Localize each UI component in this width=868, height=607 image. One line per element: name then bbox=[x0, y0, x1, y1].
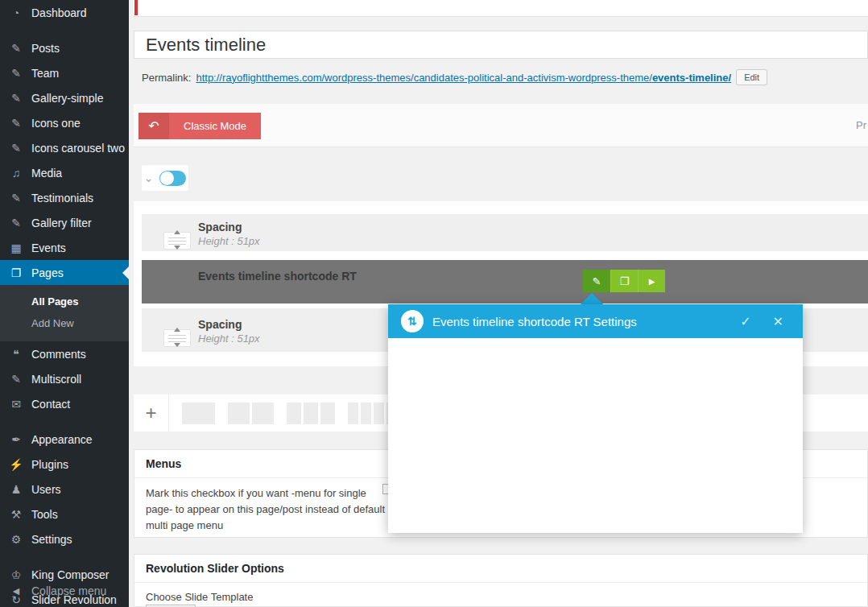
dashboard-icon: ◔ bbox=[8, 6, 24, 19]
block-action-buttons: ✎ ❐ ▶ bbox=[583, 270, 665, 292]
undo-arrow-icon: ↶ bbox=[138, 113, 169, 139]
layout-preset-2col[interactable] bbox=[228, 403, 274, 424]
builder-toolbar-panel: ↶ Classic Mode Pr bbox=[134, 104, 868, 147]
sidebar-item-dashboard[interactable]: ◔ Dashboard bbox=[0, 0, 129, 25]
sidebar-item-settings[interactable]: ⚙ Settings bbox=[0, 526, 129, 551]
sort-arrows-icon: ⇅ bbox=[401, 310, 424, 332]
events-timeline-shortcode-block[interactable]: Events timeline shortcode RT bbox=[142, 260, 868, 304]
sidebar-item-contact[interactable]: ✉ Contact bbox=[0, 391, 129, 416]
admin-sidebar: ◔ Dashboard ✎ Posts ✎ Team ✎ Gallery-sim… bbox=[0, 0, 129, 607]
pin-icon: ✎ bbox=[8, 117, 24, 130]
media-icon: ♫ bbox=[8, 167, 24, 180]
pin-icon: ✎ bbox=[8, 142, 24, 155]
sidebar-item-gallery-simple[interactable]: ✎ Gallery-simple bbox=[0, 85, 129, 110]
pages-submenu: All Pages Add New bbox=[0, 285, 129, 341]
preview-link-cut[interactable]: Pr bbox=[856, 119, 866, 131]
sidebar-item-label: Settings bbox=[31, 533, 72, 546]
sidebar-item-users[interactable]: ♟ Users bbox=[0, 477, 129, 502]
modal-confirm-icon[interactable]: ✓ bbox=[734, 314, 757, 329]
brush-icon: ✒ bbox=[8, 433, 24, 446]
sidebar-item-label: Plugins bbox=[31, 458, 68, 471]
collapse-menu-button[interactable]: ◄ Collapse menu bbox=[0, 578, 129, 603]
sidebar-item-label: Users bbox=[31, 483, 61, 496]
layout-preset-1col[interactable] bbox=[182, 403, 215, 424]
shortcode-settings-modal: ⇅ Events timeline shortcode RT Settings … bbox=[388, 304, 803, 533]
revslider-metabox-title: Revolution Slider Options bbox=[134, 555, 867, 583]
block-subtitle: Height : 51px bbox=[198, 332, 260, 345]
calendar-icon: ▦ bbox=[8, 242, 24, 254]
sidebar-item-comments[interactable]: ❝ Comments bbox=[0, 341, 129, 366]
comment-icon: ❝ bbox=[8, 348, 24, 361]
sidebar-item-label: Icons one bbox=[31, 117, 81, 130]
pin-icon: ✎ bbox=[8, 192, 24, 204]
sidebar-item-media[interactable]: ♫ Media bbox=[0, 160, 129, 185]
section-visibility-toggle[interactable] bbox=[159, 171, 186, 186]
sidebar-separator bbox=[0, 416, 129, 427]
sidebar-item-tools[interactable]: ⚒ Tools bbox=[0, 502, 129, 526]
sidebar-item-icons-carousel-two[interactable]: ✎ Icons carousel two bbox=[0, 135, 129, 160]
play-block-button[interactable]: ▶ bbox=[638, 270, 665, 292]
collapse-menu-label: Collapse menu bbox=[31, 584, 106, 597]
spacing-block[interactable]: Spacing Height : 51px bbox=[142, 214, 868, 251]
sidebar-item-appearance[interactable]: ✒ Appearance bbox=[0, 427, 129, 452]
sidebar-item-label: Media bbox=[31, 167, 62, 180]
section-toggle-box: ⌄ bbox=[142, 165, 188, 191]
classic-mode-button[interactable]: ↶ Classic Mode bbox=[138, 113, 261, 139]
sidebar-item-gallery-filter[interactable]: ✎ Gallery filter bbox=[0, 210, 129, 235]
sidebar-item-label: Dashboard bbox=[31, 6, 87, 19]
sidebar-item-label: Events bbox=[31, 242, 66, 254]
sidebar-item-testimonials[interactable]: ✎ Testimonials bbox=[0, 185, 129, 210]
sidebar-item-multiscroll[interactable]: ✎ Multiscroll bbox=[0, 366, 129, 391]
submenu-item-add-new[interactable]: Add New bbox=[0, 312, 129, 334]
submenu-item-all-pages[interactable]: All Pages bbox=[0, 291, 129, 312]
sidebar-item-label: Contact bbox=[31, 398, 70, 411]
duplicate-block-button[interactable]: ❐ bbox=[610, 270, 638, 292]
modal-close-icon[interactable]: ✕ bbox=[767, 314, 790, 329]
editor-top-strip bbox=[134, 0, 868, 17]
envelope-icon: ✉ bbox=[8, 398, 24, 411]
sidebar-item-label: Posts bbox=[31, 42, 60, 55]
sidebar-item-label: Multiscroll bbox=[31, 373, 81, 386]
sidebar-item-label: Tools bbox=[31, 508, 58, 521]
block-title: Spacing bbox=[198, 221, 242, 233]
sidebar-item-icons-one[interactable]: ✎ Icons one bbox=[0, 110, 129, 135]
sidebar-item-label: Pages bbox=[31, 266, 64, 279]
pin-icon: ✎ bbox=[8, 42, 24, 55]
sidebar-item-plugins[interactable]: ⚡ Plugins bbox=[0, 452, 129, 477]
sidebar-separator bbox=[0, 25, 129, 35]
sidebar-item-pages[interactable]: ❐ Pages bbox=[0, 260, 129, 285]
permalink-slug: events-timeline/ bbox=[652, 72, 731, 84]
red-accent-bar bbox=[134, 0, 138, 15]
permalink-link[interactable]: http://rayoflightthemes.com/wordpress-th… bbox=[196, 72, 731, 84]
permalink-label: Permalink: bbox=[142, 72, 191, 84]
add-row-plus-icon[interactable]: + bbox=[134, 394, 169, 432]
edit-permalink-button[interactable]: Edit bbox=[736, 69, 767, 85]
plug-icon: ⚡ bbox=[8, 458, 24, 471]
block-subtitle: Height : 51px bbox=[198, 235, 260, 247]
sidebar-item-label: Gallery-simple bbox=[31, 92, 103, 105]
pin-icon: ✎ bbox=[8, 67, 24, 80]
layout-preset-3col[interactable] bbox=[287, 403, 335, 424]
modal-header: ⇅ Events timeline shortcode RT Settings … bbox=[388, 304, 803, 338]
chevron-down-icon[interactable]: ⌄ bbox=[144, 174, 154, 182]
page-title-input[interactable]: Events timeline bbox=[134, 31, 868, 59]
sidebar-item-label: Icons carousel two bbox=[31, 142, 125, 155]
pin-icon: ✎ bbox=[8, 92, 24, 105]
sidebar-item-team[interactable]: ✎ Team bbox=[0, 60, 129, 85]
classic-mode-label: Classic Mode bbox=[169, 113, 261, 139]
sidebar-item-events[interactable]: ▦ Events bbox=[0, 235, 129, 260]
edit-block-button[interactable]: ✎ bbox=[583, 270, 610, 292]
spacing-icon bbox=[163, 218, 192, 262]
page-title: Events timeline bbox=[146, 35, 266, 56]
pin-icon: ✎ bbox=[8, 217, 24, 229]
gear-icon: ⚙ bbox=[8, 533, 24, 546]
menus-description: Mark this checkbox if you want -menu for… bbox=[134, 478, 400, 541]
pages-icon: ❐ bbox=[8, 266, 24, 279]
sidebar-item-posts[interactable]: ✎ Posts bbox=[0, 35, 129, 60]
sidebar-separator bbox=[0, 551, 129, 562]
pin-icon: ✎ bbox=[8, 373, 24, 386]
sidebar-item-label: Appearance bbox=[31, 433, 93, 446]
permalink-row: Permalink: http://rayoflightthemes.com/w… bbox=[142, 68, 866, 87]
sidebar-item-label: Gallery filter bbox=[31, 217, 92, 229]
main-content: Events timeline Permalink: http://rayofl… bbox=[129, 0, 868, 607]
